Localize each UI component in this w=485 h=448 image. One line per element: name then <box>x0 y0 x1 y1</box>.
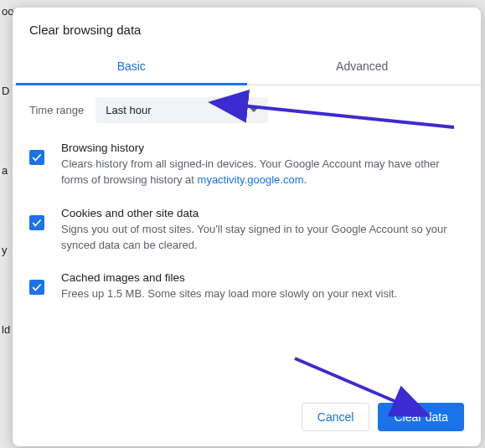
option-browsing-history: Browsing history Clears history from all… <box>29 142 464 188</box>
time-range-row: Time range Last hour <box>29 97 464 123</box>
tab-advanced[interactable]: Advanced <box>247 49 478 85</box>
dialog-content: Time range Last hour Browsing history Cl… <box>13 85 481 388</box>
checkbox-browsing-history[interactable] <box>29 150 44 165</box>
option-description: Signs you out of most sites. You'll stay… <box>61 222 462 254</box>
option-cache: Cached images and files Frees up 1.5 MB.… <box>29 271 464 302</box>
time-range-select[interactable]: Last hour <box>95 97 268 123</box>
chevron-down-icon <box>250 108 258 112</box>
dialog-actions: Cancel Clear data <box>13 388 481 446</box>
option-title: Cookies and other site data <box>61 207 462 219</box>
clear-data-button[interactable]: Clear data <box>378 403 464 431</box>
tab-basic[interactable]: Basic <box>16 49 247 85</box>
option-description: Frees up 1.5 MB. Some sites may load mor… <box>61 286 462 302</box>
option-cookies: Cookies and other site data Signs you ou… <box>29 207 464 254</box>
checkbox-cookies[interactable] <box>29 215 44 230</box>
time-range-value: Last hour <box>106 104 151 116</box>
option-title: Cached images and files <box>61 271 462 284</box>
tabs: Basic Advanced <box>13 49 481 85</box>
clear-browsing-data-dialog: Clear browsing data Basic Advanced Time … <box>13 8 481 446</box>
time-range-label: Time range <box>29 104 84 116</box>
checkbox-cache[interactable] <box>29 280 44 295</box>
check-icon <box>31 152 43 163</box>
myactivity-link[interactable]: myactivity.google.com <box>198 173 304 186</box>
check-icon <box>31 217 43 229</box>
check-icon <box>31 281 43 293</box>
cancel-button[interactable]: Cancel <box>302 403 370 431</box>
option-title: Browsing history <box>61 142 462 154</box>
dialog-title: Clear browsing data <box>13 8 481 49</box>
option-description: Clears history from all signed-in device… <box>61 157 462 188</box>
